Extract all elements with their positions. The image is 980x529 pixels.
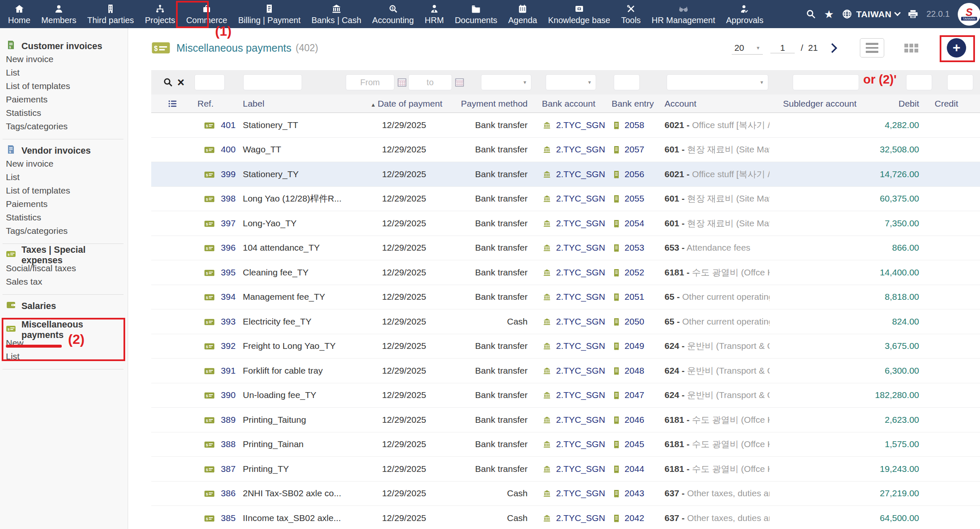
nav-item-billing-payment[interactable]: Billing | Payment [233, 0, 306, 28]
nav-item-third-parties[interactable]: Third parties [82, 0, 139, 28]
column-header-debit[interactable]: Debit [858, 99, 921, 109]
nav-item-accounting[interactable]: $Accounting [367, 0, 419, 28]
filter-bank-entry-input[interactable] [614, 74, 640, 90]
grid-view-button[interactable] [904, 44, 918, 52]
sidebar-item-customer-invoices-tags-categories[interactable]: Tags/categories [3, 120, 123, 133]
sidebar-section-taxes-special-expenses[interactable]: $Taxes | Special expenses [3, 249, 123, 262]
filter-payment-method-select[interactable]: ▼ [481, 74, 531, 90]
star-icon[interactable]: ★ [824, 9, 834, 20]
sidebar-item-customer-invoices-new-invoice[interactable]: New invoice [3, 52, 123, 66]
table-row[interactable]: $ 390 Un-loading fee_TY 12/29/2025 Bank … [151, 383, 980, 408]
payment-ref-link[interactable]: 394 [221, 292, 236, 301]
table-row[interactable]: $ 385 IIncome tax_SB02 axle... 12/29/202… [151, 506, 980, 529]
language-selector[interactable]: TAIWAN [842, 9, 900, 19]
table-row[interactable]: $ 393 Electricity fee_TY 12/29/2025 Cash… [151, 309, 980, 334]
nav-item-home[interactable]: Home [3, 0, 36, 28]
bank-entry-link[interactable]: 2058 [625, 120, 644, 130]
nav-item-members[interactable]: Members [36, 0, 81, 28]
bank-entry-link[interactable]: 2050 [625, 317, 644, 326]
calendar-icon[interactable] [397, 78, 407, 87]
column-header-payment-method[interactable]: Payment method [442, 99, 530, 109]
sidebar-item-customer-invoices-list[interactable]: List [3, 66, 123, 79]
table-row[interactable]: $ 389 Printing_Taitung 12/29/2025 Bank t… [151, 408, 980, 432]
bank-entry-link[interactable]: 2042 [625, 513, 644, 523]
table-row[interactable]: $ 397 Long-Yao_TY 12/29/2025 Bank transf… [151, 211, 980, 236]
payment-ref-link[interactable]: 391 [221, 366, 236, 375]
sidebar-item-vendor-invoices-list[interactable]: List [3, 170, 123, 184]
payment-ref-link[interactable]: 395 [221, 267, 236, 277]
user-avatar[interactable]: S TAIWAN [958, 3, 980, 26]
nav-item-tools[interactable]: Tools [616, 0, 646, 28]
bank-entry-link[interactable]: 2047 [625, 390, 644, 400]
payment-ref-link[interactable]: 392 [221, 341, 236, 351]
column-header-bank-entry[interactable]: Bank entry [597, 99, 648, 109]
column-header-credit[interactable]: Credit [921, 99, 980, 109]
bank-entry-link[interactable]: 2051 [625, 292, 644, 301]
filter-date-from-input[interactable] [346, 74, 394, 90]
search-icon[interactable] [806, 9, 816, 19]
table-row[interactable]: $ 387 Printing_TY 12/29/2025 Bank transf… [151, 457, 980, 482]
payment-ref-link[interactable]: 385 [221, 513, 236, 523]
bank-entry-link[interactable]: 2053 [625, 243, 644, 252]
filter-credit-input[interactable] [947, 74, 973, 90]
next-page-button[interactable] [827, 42, 838, 53]
printer-icon[interactable] [908, 9, 918, 19]
filter-label-input[interactable] [243, 74, 302, 90]
table-row[interactable]: $ 392 Freight to Long Yao_TY 12/29/2025 … [151, 334, 980, 359]
add-payment-button[interactable]: + [947, 38, 966, 58]
column-header-date[interactable]: ▲Date of payment [366, 99, 442, 109]
table-row[interactable]: $ 398 Long Yao (12/28)桿件R... 12/29/2025 … [151, 187, 980, 212]
sidebar-section-customer-invoices[interactable]: $Customer invoices [3, 40, 123, 52]
sidebar-item-vendor-invoices-new-invoice[interactable]: New invoice [3, 157, 123, 170]
bank-entry-link[interactable]: 2055 [625, 194, 644, 203]
table-row[interactable]: $ 401 Stationery_TT 12/29/2025 Bank tran… [151, 113, 980, 138]
list-view-button[interactable] [860, 38, 884, 58]
bank-entry-link[interactable]: 2043 [625, 488, 644, 498]
filter-subledger-input[interactable] [793, 74, 859, 90]
table-row[interactable]: $ 399 Stationery_TY 12/29/2025 Bank tran… [151, 162, 980, 187]
sidebar-item-customer-invoices-statistics[interactable]: Statistics [3, 106, 123, 120]
payment-ref-link[interactable]: 401 [221, 120, 236, 130]
bank-entry-link[interactable]: 2057 [625, 144, 644, 154]
payment-ref-link[interactable]: 393 [221, 317, 236, 326]
calendar-icon[interactable] [455, 78, 464, 87]
filter-account-select[interactable]: ▼ [667, 74, 768, 90]
page-number-input[interactable] [770, 43, 795, 53]
sidebar-item-vendor-invoices-list-of-templates[interactable]: List of templates [3, 184, 123, 197]
table-row[interactable]: $ 391 Forklift for cable tray 12/29/2025… [151, 359, 980, 383]
sidebar-item-vendor-invoices-statistics[interactable]: Statistics [3, 211, 123, 224]
sidebar-section-miscellaneous-payments[interactable]: $Miscellaneous payments [3, 324, 123, 336]
payment-ref-link[interactable]: 387 [221, 464, 236, 474]
payment-ref-link[interactable]: 396 [221, 243, 236, 252]
payment-ref-link[interactable]: 399 [221, 169, 236, 179]
sidebar-section-vendor-invoices[interactable]: $Vendor invoices [3, 144, 123, 157]
bank-entry-link[interactable]: 2049 [625, 341, 644, 351]
table-row[interactable]: $ 386 2NHI Tax-SB02 axle co... 12/29/202… [151, 482, 980, 506]
bank-entry-link[interactable]: 2056 [625, 169, 644, 179]
nav-item-commerce[interactable]: Commerce [181, 0, 233, 28]
table-row[interactable]: $ 396 104 attendance_TY 12/29/2025 Bank … [151, 236, 980, 261]
table-row[interactable]: $ 388 Printing_Tainan 12/29/2025 Bank tr… [151, 432, 980, 457]
table-row[interactable]: $ 395 Cleaning fee_TY 12/29/2025 Bank tr… [151, 260, 980, 285]
nav-item-hr-management[interactable]: HR Management [646, 0, 720, 28]
sidebar-item-miscellaneous-payments-list[interactable]: List [3, 350, 123, 363]
nav-item-approvals[interactable]: Approvals [721, 0, 769, 28]
column-selector-icon[interactable] [167, 99, 193, 109]
column-header-account[interactable]: Account [648, 99, 770, 109]
nav-item-documents[interactable]: Documents [449, 0, 503, 28]
sidebar-item-taxes-special-expenses-sales-tax[interactable]: Sales tax [3, 275, 123, 288]
nav-item-banks-cash[interactable]: Banks | Cash [306, 0, 367, 28]
bank-entry-link[interactable]: 2054 [625, 218, 644, 228]
filter-debit-input[interactable] [906, 74, 932, 90]
filter-ref-input[interactable] [194, 74, 225, 90]
sidebar-item-vendor-invoices-paiements[interactable]: Paiements [3, 197, 123, 211]
bank-entry-link[interactable]: 2045 [625, 439, 644, 449]
nav-item-knowledge-base[interactable]: Knowledge base [543, 0, 616, 28]
sidebar-section-salaries[interactable]: Salaries [3, 300, 123, 312]
column-header-label[interactable]: Label [240, 99, 366, 109]
payment-ref-link[interactable]: 388 [221, 439, 236, 449]
column-header-bank-account[interactable]: Bank account [530, 99, 597, 109]
filter-bank-account-select[interactable]: ▼ [546, 74, 596, 90]
bank-entry-link[interactable]: 2044 [625, 464, 644, 474]
nav-item-agenda[interactable]: Agenda [503, 0, 543, 28]
